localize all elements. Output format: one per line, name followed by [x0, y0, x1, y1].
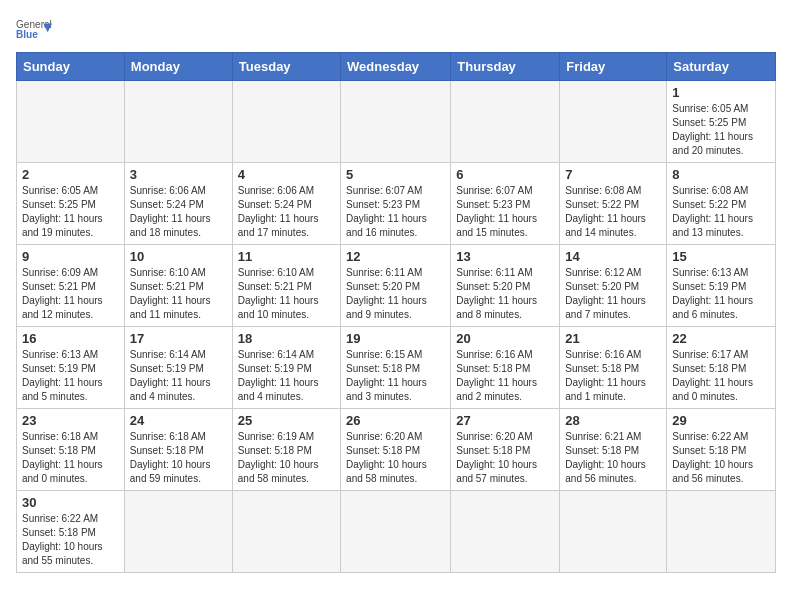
day-cell: 17Sunrise: 6:14 AM Sunset: 5:19 PM Dayli… [124, 327, 232, 409]
weekday-header-thursday: Thursday [451, 53, 560, 81]
day-info: Sunrise: 6:16 AM Sunset: 5:18 PM Dayligh… [456, 348, 554, 404]
day-info: Sunrise: 6:09 AM Sunset: 5:21 PM Dayligh… [22, 266, 119, 322]
day-cell [341, 81, 451, 163]
day-number: 7 [565, 167, 661, 182]
day-cell: 15Sunrise: 6:13 AM Sunset: 5:19 PM Dayli… [667, 245, 776, 327]
day-cell: 12Sunrise: 6:11 AM Sunset: 5:20 PM Dayli… [341, 245, 451, 327]
day-cell [451, 491, 560, 573]
calendar-table: SundayMondayTuesdayWednesdayThursdayFrid… [16, 52, 776, 573]
day-info: Sunrise: 6:22 AM Sunset: 5:18 PM Dayligh… [672, 430, 770, 486]
day-number: 13 [456, 249, 554, 264]
day-info: Sunrise: 6:11 AM Sunset: 5:20 PM Dayligh… [456, 266, 554, 322]
day-cell: 29Sunrise: 6:22 AM Sunset: 5:18 PM Dayli… [667, 409, 776, 491]
day-cell: 25Sunrise: 6:19 AM Sunset: 5:18 PM Dayli… [232, 409, 340, 491]
day-cell: 2Sunrise: 6:05 AM Sunset: 5:25 PM Daylig… [17, 163, 125, 245]
day-number: 19 [346, 331, 445, 346]
day-cell [341, 491, 451, 573]
day-cell: 16Sunrise: 6:13 AM Sunset: 5:19 PM Dayli… [17, 327, 125, 409]
day-number: 10 [130, 249, 227, 264]
week-row-0: 1Sunrise: 6:05 AM Sunset: 5:25 PM Daylig… [17, 81, 776, 163]
day-info: Sunrise: 6:17 AM Sunset: 5:18 PM Dayligh… [672, 348, 770, 404]
day-cell [17, 81, 125, 163]
day-info: Sunrise: 6:15 AM Sunset: 5:18 PM Dayligh… [346, 348, 445, 404]
day-number: 24 [130, 413, 227, 428]
day-number: 23 [22, 413, 119, 428]
day-cell [232, 491, 340, 573]
weekday-header-friday: Friday [560, 53, 667, 81]
day-info: Sunrise: 6:12 AM Sunset: 5:20 PM Dayligh… [565, 266, 661, 322]
weekday-header-saturday: Saturday [667, 53, 776, 81]
day-cell: 20Sunrise: 6:16 AM Sunset: 5:18 PM Dayli… [451, 327, 560, 409]
week-row-3: 16Sunrise: 6:13 AM Sunset: 5:19 PM Dayli… [17, 327, 776, 409]
calendar-header: SundayMondayTuesdayWednesdayThursdayFrid… [17, 53, 776, 81]
day-cell [451, 81, 560, 163]
day-info: Sunrise: 6:22 AM Sunset: 5:18 PM Dayligh… [22, 512, 119, 568]
day-number: 16 [22, 331, 119, 346]
day-number: 20 [456, 331, 554, 346]
day-cell: 1Sunrise: 6:05 AM Sunset: 5:25 PM Daylig… [667, 81, 776, 163]
day-number: 8 [672, 167, 770, 182]
day-cell [124, 81, 232, 163]
day-cell [124, 491, 232, 573]
day-info: Sunrise: 6:13 AM Sunset: 5:19 PM Dayligh… [672, 266, 770, 322]
logo: General Blue [16, 16, 52, 44]
week-row-5: 30Sunrise: 6:22 AM Sunset: 5:18 PM Dayli… [17, 491, 776, 573]
day-info: Sunrise: 6:07 AM Sunset: 5:23 PM Dayligh… [456, 184, 554, 240]
day-cell: 4Sunrise: 6:06 AM Sunset: 5:24 PM Daylig… [232, 163, 340, 245]
week-row-2: 9Sunrise: 6:09 AM Sunset: 5:21 PM Daylig… [17, 245, 776, 327]
day-cell: 30Sunrise: 6:22 AM Sunset: 5:18 PM Dayli… [17, 491, 125, 573]
day-cell: 14Sunrise: 6:12 AM Sunset: 5:20 PM Dayli… [560, 245, 667, 327]
day-cell [667, 491, 776, 573]
day-number: 14 [565, 249, 661, 264]
day-info: Sunrise: 6:13 AM Sunset: 5:19 PM Dayligh… [22, 348, 119, 404]
day-info: Sunrise: 6:14 AM Sunset: 5:19 PM Dayligh… [238, 348, 335, 404]
week-row-4: 23Sunrise: 6:18 AM Sunset: 5:18 PM Dayli… [17, 409, 776, 491]
weekday-header-tuesday: Tuesday [232, 53, 340, 81]
weekday-header-row: SundayMondayTuesdayWednesdayThursdayFrid… [17, 53, 776, 81]
weekday-header-wednesday: Wednesday [341, 53, 451, 81]
day-info: Sunrise: 6:07 AM Sunset: 5:23 PM Dayligh… [346, 184, 445, 240]
day-cell: 7Sunrise: 6:08 AM Sunset: 5:22 PM Daylig… [560, 163, 667, 245]
day-number: 11 [238, 249, 335, 264]
day-number: 4 [238, 167, 335, 182]
day-cell: 9Sunrise: 6:09 AM Sunset: 5:21 PM Daylig… [17, 245, 125, 327]
day-number: 3 [130, 167, 227, 182]
day-number: 26 [346, 413, 445, 428]
day-cell: 27Sunrise: 6:20 AM Sunset: 5:18 PM Dayli… [451, 409, 560, 491]
day-cell: 24Sunrise: 6:18 AM Sunset: 5:18 PM Dayli… [124, 409, 232, 491]
day-number: 30 [22, 495, 119, 510]
day-number: 27 [456, 413, 554, 428]
day-info: Sunrise: 6:14 AM Sunset: 5:19 PM Dayligh… [130, 348, 227, 404]
day-number: 22 [672, 331, 770, 346]
day-info: Sunrise: 6:08 AM Sunset: 5:22 PM Dayligh… [672, 184, 770, 240]
day-number: 29 [672, 413, 770, 428]
day-cell: 11Sunrise: 6:10 AM Sunset: 5:21 PM Dayli… [232, 245, 340, 327]
day-info: Sunrise: 6:10 AM Sunset: 5:21 PM Dayligh… [238, 266, 335, 322]
day-info: Sunrise: 6:11 AM Sunset: 5:20 PM Dayligh… [346, 266, 445, 322]
day-number: 12 [346, 249, 445, 264]
day-cell: 5Sunrise: 6:07 AM Sunset: 5:23 PM Daylig… [341, 163, 451, 245]
day-cell: 26Sunrise: 6:20 AM Sunset: 5:18 PM Dayli… [341, 409, 451, 491]
day-number: 5 [346, 167, 445, 182]
calendar-body: 1Sunrise: 6:05 AM Sunset: 5:25 PM Daylig… [17, 81, 776, 573]
weekday-header-monday: Monday [124, 53, 232, 81]
day-info: Sunrise: 6:08 AM Sunset: 5:22 PM Dayligh… [565, 184, 661, 240]
day-cell: 10Sunrise: 6:10 AM Sunset: 5:21 PM Dayli… [124, 245, 232, 327]
day-number: 25 [238, 413, 335, 428]
day-cell: 28Sunrise: 6:21 AM Sunset: 5:18 PM Dayli… [560, 409, 667, 491]
week-row-1: 2Sunrise: 6:05 AM Sunset: 5:25 PM Daylig… [17, 163, 776, 245]
day-number: 18 [238, 331, 335, 346]
day-cell: 18Sunrise: 6:14 AM Sunset: 5:19 PM Dayli… [232, 327, 340, 409]
day-cell: 3Sunrise: 6:06 AM Sunset: 5:24 PM Daylig… [124, 163, 232, 245]
day-info: Sunrise: 6:20 AM Sunset: 5:18 PM Dayligh… [346, 430, 445, 486]
day-info: Sunrise: 6:20 AM Sunset: 5:18 PM Dayligh… [456, 430, 554, 486]
day-info: Sunrise: 6:05 AM Sunset: 5:25 PM Dayligh… [22, 184, 119, 240]
day-number: 28 [565, 413, 661, 428]
day-info: Sunrise: 6:06 AM Sunset: 5:24 PM Dayligh… [238, 184, 335, 240]
day-number: 17 [130, 331, 227, 346]
weekday-header-sunday: Sunday [17, 53, 125, 81]
day-number: 2 [22, 167, 119, 182]
svg-text:Blue: Blue [16, 29, 38, 40]
day-cell: 8Sunrise: 6:08 AM Sunset: 5:22 PM Daylig… [667, 163, 776, 245]
day-number: 6 [456, 167, 554, 182]
